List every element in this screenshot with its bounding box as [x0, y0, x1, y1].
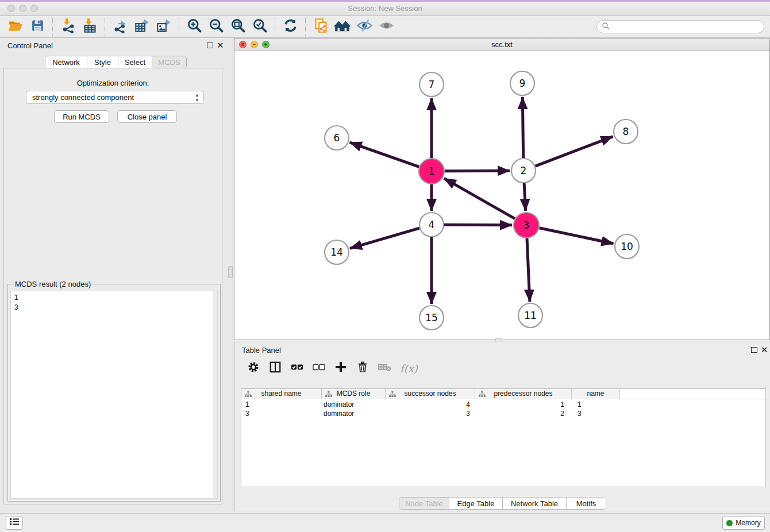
table-toolbar: f(x) [234, 357, 770, 379]
table-row[interactable]: 3dominator323 [241, 409, 765, 418]
cell-shared-name[interactable]: 3 [241, 409, 322, 418]
column-view-button[interactable] [268, 361, 283, 376]
graph-edge-4-3[interactable] [444, 225, 512, 225]
column-header-predecessor-nodes[interactable]: predecessor nodes [475, 389, 572, 399]
column-header-successor-nodes[interactable]: successor nodes [386, 389, 475, 399]
tab-motifs[interactable]: Motifs [567, 498, 606, 509]
import-network-button[interactable] [59, 18, 77, 36]
deselect-all-button[interactable] [311, 361, 326, 376]
float-panel-icon[interactable] [207, 43, 213, 48]
save-session-button[interactable] [28, 18, 47, 36]
tab-network[interactable]: Network [45, 56, 87, 68]
list-icon [9, 517, 20, 529]
graph-edge-4-14[interactable] [350, 228, 419, 248]
zoom-in-button[interactable] [185, 18, 203, 36]
trash-icon [356, 361, 369, 376]
tab-style[interactable]: Style [87, 56, 118, 68]
float-table-panel-icon[interactable] [751, 347, 757, 353]
cell-MCDS-role[interactable]: dominator [322, 409, 386, 418]
network-window-titlebar: × − + scc.txt [234, 38, 769, 51]
column-view-icon [269, 361, 282, 376]
node-table: shared nameMCDS rolesuccessor nodesprede… [241, 388, 766, 487]
column-header-shared-name[interactable]: shared name [241, 389, 322, 399]
criterion-dropdown[interactable]: strongly connected component ▲▼ [26, 91, 204, 104]
export-image-button[interactable] [155, 18, 173, 36]
close-panel-icon[interactable]: ✕ [217, 40, 224, 51]
network-window-title: scc.txt [234, 40, 769, 49]
create-column-button[interactable] [333, 361, 348, 376]
mcds-result-node: 3 [14, 303, 217, 313]
select-all-button[interactable] [290, 361, 305, 376]
tab-network-table[interactable]: Network Table [503, 498, 567, 509]
mcds-panel: Optimization criterion: strongly connect… [3, 68, 222, 504]
column-header-MCDS-role[interactable]: MCDS role [322, 389, 386, 399]
graph-edge-3-11[interactable] [527, 238, 530, 302]
cell-name[interactable]: 1 [572, 400, 620, 409]
delete-table-button[interactable] [377, 361, 392, 376]
cell-shared-name[interactable]: 1 [241, 400, 322, 409]
unchecked-boxes-icon [312, 361, 326, 376]
graph-edge-3-10[interactable] [540, 228, 614, 244]
chevron-up-down-icon: ▲▼ [195, 92, 199, 103]
graph-edge-2-3[interactable] [524, 183, 526, 211]
import-table-button[interactable] [80, 18, 99, 36]
main-toolbar [0, 16, 770, 38]
column-hierarchy-icon [325, 391, 332, 400]
memory-button[interactable]: Memory [722, 516, 765, 530]
mcds-result-list[interactable]: 13 [10, 291, 218, 499]
graph-edge-1-6[interactable] [350, 142, 419, 167]
control-panel: Control Panel ✕ NetworkStyleSelectMCDS O… [0, 38, 226, 510]
tab-node-table[interactable]: Node Table [399, 498, 449, 509]
scrollbar[interactable] [213, 291, 217, 498]
clone-network-button[interactable] [311, 18, 330, 36]
cell-successor-nodes[interactable]: 4 [386, 400, 475, 409]
column-header-name[interactable]: name [572, 389, 620, 399]
cell-predecessor-nodes[interactable]: 1 [475, 400, 572, 409]
gear-icon [247, 361, 260, 376]
reset-home-button[interactable] [333, 18, 352, 36]
show-all-button[interactable] [377, 18, 395, 36]
tab-mcds[interactable]: MCDS [152, 56, 186, 68]
table-panel-title: Table Panel [242, 346, 281, 354]
zoom-fit-icon [230, 18, 246, 36]
optimization-criterion-label: Optimization criterion: [4, 79, 222, 87]
export-table-button[interactable] [133, 18, 151, 36]
search-input[interactable] [596, 20, 764, 33]
open-session-button[interactable] [6, 18, 25, 36]
tab-select[interactable]: Select [118, 56, 152, 68]
cell-MCDS-role[interactable]: dominator [322, 400, 386, 409]
cell-successor-nodes[interactable]: 3 [386, 409, 475, 418]
cell-predecessor-nodes[interactable]: 2 [475, 409, 572, 418]
run-mcds-button[interactable]: Run MCDS [54, 110, 109, 123]
vertical-splitter[interactable] [233, 38, 233, 511]
network-canvas[interactable]: 7968124314101511 [234, 51, 769, 340]
zoom-out-button[interactable] [207, 18, 225, 36]
table-row[interactable]: 1dominator411 [241, 400, 765, 409]
graph-edge-2-8[interactable] [536, 137, 613, 167]
tab-edge-table[interactable]: Edge Table [449, 498, 503, 509]
refresh-button[interactable] [281, 18, 299, 36]
function-builder-button[interactable]: f(x) [400, 363, 418, 375]
graph-edge-2-9[interactable] [522, 97, 523, 158]
task-history-button[interactable] [6, 516, 23, 530]
delete-column-button[interactable] [355, 361, 370, 376]
zoom-in-icon [187, 18, 202, 36]
cell-name[interactable]: 3 [572, 409, 620, 418]
table-settings-button[interactable] [246, 361, 261, 376]
zoom-selected-icon [252, 18, 268, 36]
graph-node-label-10: 10 [621, 241, 633, 252]
export-network-button[interactable] [111, 18, 129, 36]
close-table-panel-icon[interactable]: ✕ [761, 345, 768, 355]
graph-node-label-7: 7 [429, 79, 435, 90]
close-panel-button[interactable]: Close panel [117, 110, 177, 123]
graph-edge-3-1[interactable] [444, 178, 515, 218]
zoom-out-icon [209, 18, 224, 36]
table-header-row: shared nameMCDS rolesuccessor nodesprede… [241, 389, 765, 399]
vertical-splitter-handle[interactable] [228, 266, 233, 278]
zoom-fit-button[interactable] [229, 18, 247, 36]
zoom-selected-button[interactable] [251, 18, 269, 36]
hide-selected-button[interactable] [355, 18, 374, 36]
titlebar: Session: New Session [0, 2, 770, 16]
toolbar-separator [52, 18, 53, 36]
graph-edge-1-2[interactable] [445, 171, 510, 171]
